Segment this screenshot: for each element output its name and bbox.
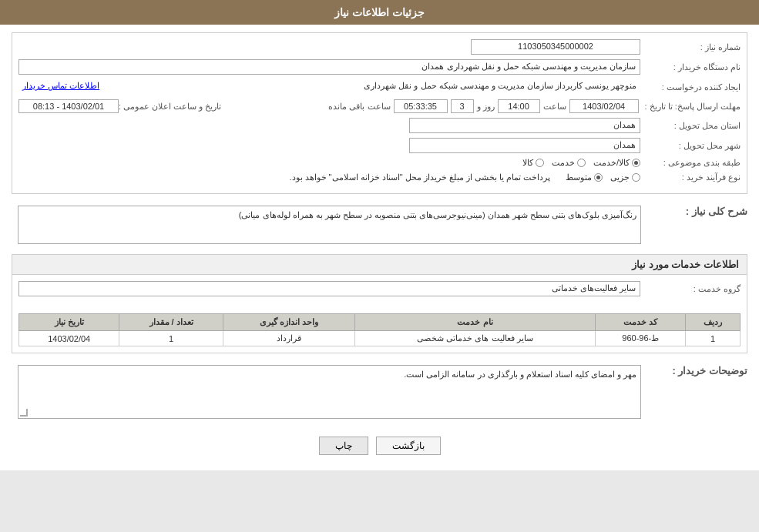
col-kod: کد خدمت — [596, 314, 686, 331]
tawzih-value: مهر و امضای کلیه اسناد استعلام و بارگذار… — [18, 365, 641, 419]
mohlat-label: مهلت ارسال پاسخ: تا تاریخ : — [639, 102, 741, 112]
ostan-value: همدان — [409, 118, 640, 133]
mohlat-saat: 14:00 — [498, 99, 540, 113]
shahr-row: شهر محل تحویل : همدان — [18, 138, 741, 153]
mohlat-baqi-label: ساعت باقی مانده — [328, 102, 390, 112]
mohlat-baqi: 05:33:35 — [394, 99, 448, 113]
mohlat-date: 1403/02/04 — [569, 99, 639, 113]
col-tarikh: تاریخ نیاز — [19, 314, 119, 331]
radio-kala-item[interactable]: کالا — [522, 158, 544, 168]
radio-khedmat-label: خدمت — [552, 158, 575, 168]
tabaqe-row: طبقه بندی موضوعی : کالا/خدمت خدمت کال — [18, 158, 741, 168]
tawzih-container: مهر و امضای کلیه اسناد استعلام و بارگذار… — [12, 361, 647, 423]
process-motevaset-item[interactable]: متوسط — [566, 172, 603, 182]
shahr-value: همدان — [409, 138, 640, 153]
shomara-niaz-label: شماره نیاز : — [640, 42, 741, 52]
noe-farayand-label: نوع فرآیند خرید : — [640, 172, 741, 182]
process-jozii-label: جزیی — [610, 172, 630, 182]
process-jozii-item[interactable]: جزیی — [610, 172, 640, 182]
process-note: پرداخت تمام یا بخشی از مبلغ خریداز محل "… — [289, 172, 550, 182]
btn-chap[interactable]: چاپ — [319, 437, 368, 455]
radio-kala-circle — [536, 159, 544, 167]
noe-farayand-row: نوع فرآیند خرید : جزیی متوسط پرداخت تمام… — [18, 172, 741, 182]
goroh-label: گروه خدمت : — [640, 284, 741, 294]
col-tedad: تعداد / مقدار — [119, 314, 223, 331]
col-vahed: واحد اندازه گیری — [223, 314, 354, 331]
sharh-koli-label: شرح کلی نیاز : — [647, 206, 747, 217]
radio-kala-khedmat-item[interactable]: کالا/خدمت — [593, 158, 640, 168]
ijad-konande-link[interactable]: اطلاعات تماس خریدار — [18, 79, 103, 95]
khadamat-section: اطلاعات خدمات مورد نیاز گروه خدمت : سایر… — [12, 254, 747, 353]
sharh-koli-row: شرح کلی نیاز : رنگ‌آمیزی بلوک‌های بتنی س… — [12, 202, 747, 248]
radio-khedmat-item[interactable]: خدمت — [552, 158, 586, 168]
khadamat-table-wrapper: ردیف کد خدمت نام خدمت واحد اندازه گیری ت… — [18, 313, 741, 346]
khadamat-table: ردیف کد خدمت نام خدمت واحد اندازه گیری ت… — [18, 313, 741, 346]
tabaqe-radio-group: کالا/خدمت خدمت کالا — [18, 158, 640, 168]
process-motevaset-label: متوسط — [566, 172, 592, 182]
radio-kala-label: کالا — [522, 158, 533, 168]
mohlat-row: مهلت ارسال پاسخ: تا تاریخ : 1403/02/04 س… — [18, 99, 741, 113]
process-row: جزیی متوسط پرداخت تمام یا بخشی از مبلغ خ… — [18, 172, 640, 182]
page-title: جزئیات اطلاعات نیاز — [334, 6, 425, 18]
ostan-row: استان محل تحویل : همدان — [18, 118, 741, 133]
mohlat-date-time: 1403/02/04 ساعت 14:00 روز و 3 05:33:35 س… — [237, 99, 638, 113]
mohlat-rooz: 3 — [451, 99, 474, 113]
tawzih-row: توضیحات خریدار : مهر و امضای کلیه اسناد … — [12, 361, 747, 423]
tarikh-elan-value: 1403/02/01 - 08:13 — [18, 99, 119, 113]
nam-dastgah-label: نام دستگاه خریدار : — [640, 62, 741, 72]
tawzih-label: توضیحات خریدار : — [647, 365, 747, 376]
khadamat-header: اطلاعات خدمات مورد نیاز — [12, 255, 747, 275]
mohlat-rooz-label: روز و — [477, 102, 495, 112]
ijad-konande-value: منوچهر یونسی کاربرداز سازمان مدیریت و مه… — [103, 79, 640, 95]
nam-dastgah-value: سازمان مدیریت و مهندسی شبکه حمل و نقل شه… — [18, 59, 640, 75]
goroh-row: گروه خدمت : سایر فعالیت‌های خدماتی — [18, 281, 741, 296]
button-row: بازگشت چاپ — [12, 429, 747, 463]
radio-khedmat-circle — [577, 159, 586, 167]
process-motevaset-circle — [594, 173, 603, 182]
btn-bazgasht[interactable]: بازگشت — [376, 437, 441, 455]
tabaqe-label: طبقه بندی موضوعی : — [640, 158, 741, 168]
sharh-koli-container: رنگ‌آمیزی بلوک‌های بتنی سطح شهر همدان (م… — [12, 202, 647, 248]
page-header: جزئیات اطلاعات نیاز — [0, 0, 759, 25]
shomara-niaz-row: شماره نیاز : 1103050345000002 — [18, 39, 741, 55]
col-radif: ردیف — [686, 314, 741, 331]
shahr-label: شهر محل تحویل : — [640, 141, 741, 151]
radio-kala-khedmat-circle — [632, 159, 640, 167]
ijad-konande-label: ایجاد کننده درخواست : — [640, 82, 741, 92]
radio-kala-khedmat-label: کالا/خدمت — [593, 158, 630, 168]
table-row: 1ط-96-960سایر فعالیت های خدماتی شخصیقرار… — [19, 331, 741, 346]
goroh-value: سایر فعالیت‌های خدماتی — [18, 281, 640, 296]
resize-handle — [20, 409, 28, 417]
sharh-koli-value: رنگ‌آمیزی بلوک‌های بتنی سطح شهر همدان (م… — [18, 206, 641, 244]
col-nam: نام خدمت — [354, 314, 596, 331]
tarikh-elan-label: تاریخ و ساعت اعلان عمومی : — [119, 102, 221, 112]
mohlat-saat-label: ساعت — [543, 102, 566, 112]
process-jozii-circle — [632, 173, 640, 182]
shomara-niaz-value: 1103050345000002 — [471, 39, 640, 55]
ijad-konande-row: ایجاد کننده درخواست : منوچهر یونسی کاربر… — [18, 79, 741, 95]
ostan-label: استان محل تحویل : — [640, 121, 741, 131]
nam-dastgah-row: نام دستگاه خریدار : سازمان مدیریت و مهند… — [18, 59, 741, 75]
